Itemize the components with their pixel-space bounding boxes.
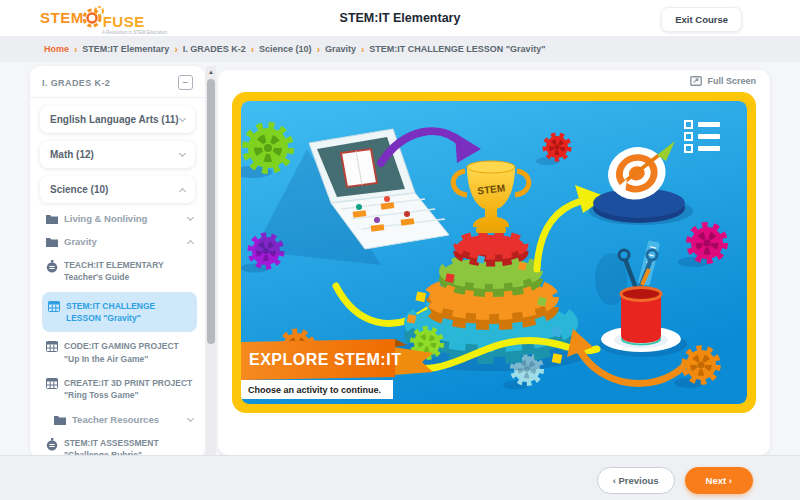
activity-illustration-frame: STEM [232,92,756,413]
chevron-down-icon [187,414,194,421]
chevron-down-icon [179,150,186,157]
sidebar-section-title: I. GRADES K-2 [42,78,110,88]
next-button[interactable]: Next › [685,467,753,494]
breadcrumb-unit[interactable]: Gravity [325,44,356,54]
sidebar-item-english-language-arts[interactable]: English Language Arts (11) [40,106,195,133]
logo-tagline: A Revolution in STEM Education [102,30,167,35]
lesson-teachit-elementary[interactable]: TEACH:IT ELEMENTARY Teacher's Guide [42,253,197,290]
breadcrumb-separator: › [317,44,320,55]
content-scrollbar[interactable]: ▲ [206,66,216,455]
fullscreen-button[interactable]: Full Screen [690,76,756,86]
lesson-stemit-assessment[interactable]: STEM:IT ASSESSMENT "Challenge Rubric" [42,431,197,459]
table-icon [46,378,58,389]
folder-gravity[interactable]: Gravity [42,230,197,253]
sidebar-item-science[interactable]: Science (10) [40,176,195,203]
breadcrumb-subject[interactable]: Science (10) [259,44,312,54]
chevron-up-icon [179,187,186,194]
breadcrumb-separator: › [74,44,77,55]
chevron-up-icon [187,239,194,246]
folder-icon [54,415,66,425]
pdf-round-icon [46,260,58,273]
previous-button[interactable]: ‹ Previous [597,467,675,494]
folder-icon [46,237,58,247]
table-icon [46,341,58,352]
scroll-up-arrow[interactable]: ▲ [206,66,216,78]
breadcrumb-separator: › [361,44,364,55]
breadcrumb-home[interactable]: Home [44,44,69,54]
sidebar-item-math[interactable]: Math (12) [40,141,195,168]
folder-living-nonliving[interactable]: Living & Nonliving [42,207,197,230]
lesson-content-panel: Full Screen [218,70,770,455]
table-icon [48,301,60,312]
folder-icon [46,214,58,224]
scrollbar-thumb[interactable] [207,79,215,344]
activity-illustration: STEM [241,101,747,404]
breadcrumb-current: STEM:IT CHALLENGE LESSON "Gravity" [369,44,545,54]
breadcrumb-separator: › [251,44,254,55]
course-navigation-sidebar: I. GRADES K-2 − English Language Arts (1… [30,66,205,458]
breadcrumb-course[interactable]: STEM:IT Elementary [82,44,169,54]
exit-course-button[interactable]: Exit Course [661,7,742,32]
chevron-down-icon [187,214,194,221]
lesson-createit-3d-print[interactable]: CREATE:IT 3D PRINT PROJECT "Ring Toss Ga… [42,371,197,408]
pdf-round-icon [46,438,58,451]
folder-teacher-resources[interactable]: Teacher Resources [42,408,197,431]
banner-caption: Choose an activity to continue. [248,385,381,395]
collapse-section-button[interactable]: − [178,75,193,90]
lesson-codeit-gaming-project[interactable]: CODE:IT GAMING PROJECT "Up In the Air Ga… [42,334,197,371]
app-header: STEM FUSE A Revolution in STEM Education… [0,0,800,36]
lesson-stemit-challenge-gravity[interactable]: STEM:IT CHALLENGE LESSON "Gravity" [42,292,197,333]
pagination-footer: ‹ Previous Next › [0,455,800,500]
banner-title: EXPLORE STEM:IT [249,351,401,368]
chevron-down-icon [179,115,186,122]
breadcrumb-separator: › [174,44,177,55]
fullscreen-icon [690,76,702,86]
breadcrumb: Home › STEM:IT Elementary › I. GRADES K-… [0,36,800,62]
breadcrumb-grade[interactable]: I. GRADES K-2 [183,44,246,54]
